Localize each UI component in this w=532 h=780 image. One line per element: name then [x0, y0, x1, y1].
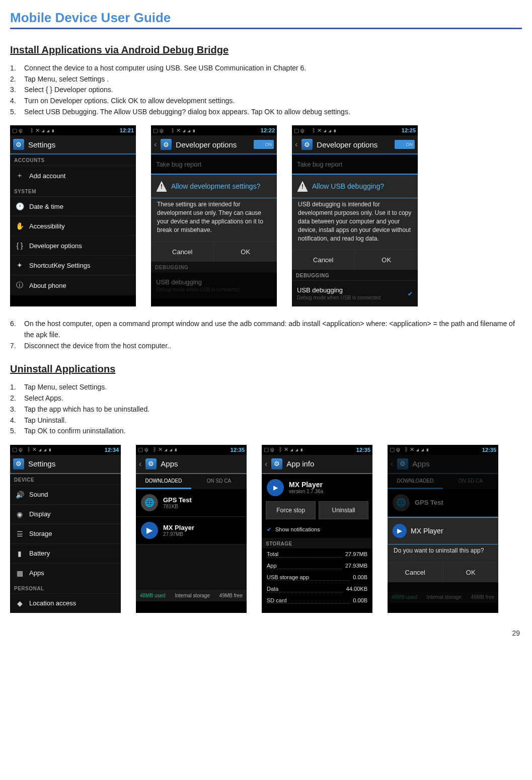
- dev-settings-dialog: !Allow development settings? These setti…: [151, 174, 277, 261]
- usb-debugging-row[interactable]: USB debuggingDebug mode when USB is conn…: [292, 280, 418, 306]
- hand-icon: ✋: [15, 222, 24, 230]
- display-icon: ◉: [15, 510, 24, 518]
- clock-icon: 🕐: [15, 202, 24, 210]
- date-time-row[interactable]: 🕐Date & time: [10, 196, 136, 216]
- appbar-title: Developer options: [176, 140, 250, 149]
- back-icon[interactable]: ‹: [139, 459, 141, 469]
- back-icon[interactable]: ‹: [154, 140, 157, 149]
- step: Tap Uninstall.: [24, 415, 66, 426]
- force-stop-button[interactable]: Force stop: [266, 501, 316, 519]
- warning-icon: !: [156, 181, 167, 192]
- sound-icon: 🔊: [15, 491, 24, 499]
- storage-line: USB storage app0.00B: [262, 572, 372, 583]
- ok-button[interactable]: OK: [443, 563, 499, 582]
- dialog-title: Allow development settings?: [171, 182, 260, 190]
- storage-used: 48MB used: [140, 593, 166, 598]
- step: Tap Menu, select Settings .: [24, 74, 109, 85]
- plus-icon: ＋: [15, 171, 24, 180]
- screenshot-settings-device: ▢ ψ ᛒ ✕ ◢ ◢ ▮12:34 ⚙Settings DEVICE 🔊Sou…: [10, 445, 121, 613]
- step: Select { } Developer options.: [24, 85, 113, 96]
- app-mxplayer[interactable]: ▶MX Player27.97MB: [136, 517, 247, 544]
- appbar-title: Settings: [28, 140, 133, 149]
- dialog-body: USB debugging is intended for developmen…: [292, 198, 418, 250]
- apps-row[interactable]: ▦Apps: [10, 563, 121, 583]
- add-account-row[interactable]: ＋Add account: [10, 165, 136, 186]
- cancel-button[interactable]: Cancel: [151, 242, 214, 262]
- section-install-heading: Install Applications via Android Debug B…: [10, 44, 522, 56]
- category-debugging: DEBUGGING: [292, 270, 418, 280]
- storage-line: Data44.00KB: [262, 583, 372, 595]
- apps-icon: ▦: [15, 569, 24, 577]
- developer-options-row[interactable]: { }Developer options: [10, 236, 136, 255]
- about-phone-row[interactable]: ⓘAbout phone: [10, 275, 136, 295]
- storage-row[interactable]: ☰Storage: [10, 524, 121, 543]
- dialog-title: Allow USB debugging?: [312, 182, 384, 190]
- appbar-title: Apps: [161, 459, 244, 468]
- braces-icon: { }: [15, 242, 24, 250]
- developer-switch[interactable]: ON: [254, 140, 274, 149]
- shortcutkey-row[interactable]: ✦ShortcutKey Settings: [10, 255, 136, 275]
- cancel-button[interactable]: Cancel: [388, 563, 443, 582]
- usb-debugging-dialog: !Allow USB debugging? USB debugging is i…: [292, 174, 418, 270]
- appbar-title: Developer options: [317, 140, 391, 149]
- clock: 12:22: [261, 127, 275, 133]
- settings-icon: ⚙: [271, 458, 282, 470]
- clock: 12:34: [105, 447, 119, 453]
- storage-icon: ☰: [15, 530, 24, 538]
- play-icon: ▶: [267, 479, 284, 496]
- ok-button[interactable]: OK: [355, 250, 418, 270]
- warning-icon: !: [297, 181, 308, 192]
- screenshot-apps-list: ▢ ψ ᛒ ✕ ◢ ◢ ▮12:35 ‹⚙Apps DOWNLOADEDON S…: [136, 445, 247, 613]
- screenshot-uninstall-confirm: ▢ ψ ᛒ ✕ ◢ ◢ ▮12:35 ‹⚙Apps DOWNLOADEDON S…: [388, 445, 498, 613]
- status-icons: ▢ ψ ᛒ ✕ ◢ ◢ ▮: [12, 127, 55, 134]
- clock: 12:25: [402, 127, 416, 133]
- location-row[interactable]: ◆Location access: [10, 593, 121, 613]
- cancel-button[interactable]: Cancel: [292, 250, 355, 270]
- step: On the host computer, open a command pro…: [24, 319, 522, 340]
- key-icon: ✦: [15, 261, 24, 269]
- battery-icon: ▮: [15, 550, 24, 558]
- location-icon: ◆: [15, 599, 24, 607]
- uninstall-dialog: ▶MX Player Do you want to uninstall this…: [388, 517, 498, 582]
- step: Select USB Debugging. The Allow USB debu…: [24, 107, 350, 118]
- accessibility-row[interactable]: ✋Accessibility: [10, 216, 136, 236]
- screenshot-dev-dialog: ▢ ψ ᛒ ✕ ◢ ◢ ▮12:22 ‹⚙Developer optionsON…: [151, 125, 277, 306]
- ok-button[interactable]: OK: [214, 242, 277, 262]
- display-row[interactable]: ◉Display: [10, 504, 121, 524]
- storage-line: SD card0.00B: [262, 595, 372, 606]
- app-gpstest[interactable]: 🌐GPS Test781KB: [136, 489, 247, 517]
- developer-switch[interactable]: ON: [395, 140, 415, 149]
- uninstall-steps: 1.Tap Menu, select Settings. 2.Select Ap…: [10, 382, 522, 436]
- back-icon[interactable]: ‹: [295, 140, 297, 149]
- step: Turn on Developer options. Click OK to a…: [24, 96, 235, 107]
- step: Disconnect the device from the host comp…: [24, 341, 171, 352]
- back-icon[interactable]: ‹: [265, 459, 267, 469]
- usb-debugging-row: USB debuggingDebug mode when USB is conn…: [151, 272, 277, 298]
- category-device: DEVICE: [10, 474, 121, 485]
- app-name: MX Player: [289, 481, 323, 489]
- step: Connect the device to a host computer us…: [24, 63, 306, 74]
- document-title: Mobile Device User Guide: [10, 10, 522, 29]
- storage-line: Total27.97MB: [262, 549, 372, 560]
- storage-label: Internal storage: [175, 593, 210, 598]
- battery-row[interactable]: ▮Battery: [10, 543, 121, 563]
- storage-line: App27.93MB: [262, 560, 372, 572]
- uninstall-button[interactable]: Uninstall: [319, 501, 368, 519]
- step: Tap the app which has to be uninstalled.: [24, 404, 149, 415]
- tab-sd[interactable]: ON SD CA: [191, 474, 247, 489]
- show-notifications-checkbox[interactable]: ✔Show notifications: [262, 523, 372, 538]
- checked-icon: ✔: [267, 526, 271, 533]
- sound-row[interactable]: 🔊Sound: [10, 485, 121, 504]
- step: Select Apps.: [24, 393, 63, 404]
- page-number: 29: [512, 629, 520, 637]
- category-system: SYSTEM: [10, 186, 136, 196]
- settings-icon: ⚙: [397, 458, 408, 470]
- dialog-body: These settings are intended for developm…: [151, 198, 277, 241]
- screenshot-app-info: ▢ ψ ᛒ ✕ ◢ ◢ ▮12:35 ‹⚙App info ▶MX Player…: [262, 445, 372, 613]
- back-icon: ‹: [391, 459, 393, 469]
- settings-icon: ⚙: [13, 458, 24, 470]
- dialog-body: Do you want to uninstall this app?: [388, 544, 498, 562]
- tab-downloaded[interactable]: DOWNLOADED: [136, 474, 191, 489]
- settings-icon: ⚙: [301, 139, 313, 150]
- app-version: version 1.7.36a: [289, 489, 323, 494]
